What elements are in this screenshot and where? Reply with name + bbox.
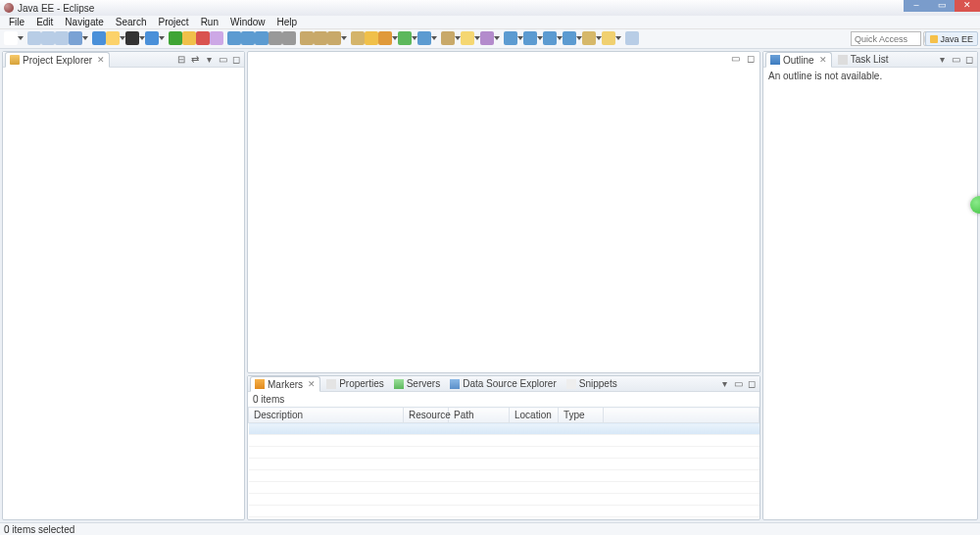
toolbar-dropdown-25[interactable] <box>431 31 437 45</box>
bottom-minimize-button[interactable]: ▭ <box>732 378 744 390</box>
table-row[interactable] <box>249 447 760 459</box>
toolbar-button-22[interactable] <box>365 31 378 45</box>
editor-area[interactable]: ▭ ◻ <box>247 51 760 373</box>
col-location[interactable]: Location <box>510 408 559 423</box>
toolbar-dropdown-31[interactable] <box>557 31 563 45</box>
toolbar-button-24[interactable] <box>398 31 412 45</box>
toolbar-button-19[interactable] <box>314 31 327 45</box>
bottom-view-menu-button[interactable]: ▾ <box>718 378 730 390</box>
toolbar-button-13[interactable] <box>227 31 241 45</box>
close-button[interactable]: ✕ <box>955 0 980 12</box>
maximize-view-button[interactable]: ◻ <box>230 54 242 66</box>
outline-close-icon[interactable]: ✕ <box>819 55 827 65</box>
toolbar-button-4[interactable] <box>69 31 82 45</box>
outline-tab[interactable]: Outline ✕ <box>765 52 832 68</box>
toolbar-button-15[interactable] <box>255 31 269 45</box>
servers-tab[interactable]: Servers <box>390 376 444 392</box>
outline-maximize-button[interactable]: ◻ <box>963 54 975 66</box>
menu-run[interactable]: Run <box>196 17 223 27</box>
quick-access-input[interactable] <box>851 31 921 46</box>
toolbar-button-1[interactable] <box>27 31 41 45</box>
markers-tab[interactable]: Markers ✕ <box>250 376 320 392</box>
toolbar-button-35[interactable] <box>625 31 639 45</box>
project-explorer-tab[interactable]: Project Explorer ✕ <box>5 52 110 68</box>
toolbar-dropdown-4[interactable] <box>82 31 88 45</box>
task-list-tab[interactable]: Task List <box>834 52 893 68</box>
menu-project[interactable]: Project <box>154 17 194 27</box>
toolbar-button-14[interactable] <box>241 31 255 45</box>
toolbar-dropdown-30[interactable] <box>537 31 543 45</box>
outline-view-menu-button[interactable]: ▾ <box>936 54 948 66</box>
toolbar-dropdown-24[interactable] <box>412 31 417 45</box>
menu-edit[interactable]: Edit <box>31 17 58 27</box>
toolbar-button-27[interactable] <box>461 31 474 45</box>
toolbar-dropdown-23[interactable] <box>392 31 398 45</box>
perspective-javaee-button[interactable]: Java EE <box>925 31 978 46</box>
data-source-explorer-tab[interactable]: Data Source Explorer <box>446 376 561 392</box>
toolbar-button-26[interactable] <box>441 31 455 45</box>
menu-navigate[interactable]: Navigate <box>60 17 108 27</box>
table-row[interactable] <box>249 470 760 482</box>
toolbar-button-32[interactable] <box>563 31 576 45</box>
minimize-view-button[interactable]: ▭ <box>217 54 228 66</box>
view-menu-button[interactable]: ▾ <box>203 54 215 66</box>
toolbar-button-23[interactable] <box>378 31 392 45</box>
toolbar-button-30[interactable] <box>523 31 537 45</box>
toolbar-button-9[interactable] <box>169 31 182 45</box>
properties-tab[interactable]: Properties <box>322 376 388 392</box>
collapse-all-button[interactable]: ⊟ <box>175 54 187 66</box>
toolbar-button-10[interactable] <box>182 31 196 45</box>
table-row[interactable] <box>249 459 760 470</box>
toolbar-button-25[interactable] <box>417 31 431 45</box>
toolbar-button-12[interactable] <box>210 31 223 45</box>
toolbar-button-18[interactable] <box>300 31 314 45</box>
toolbar-dropdown-32[interactable] <box>576 31 582 45</box>
menu-window[interactable]: Window <box>225 17 270 27</box>
table-row[interactable] <box>249 494 760 506</box>
snippets-tab[interactable]: Snippets <box>563 376 621 392</box>
markers-close-icon[interactable]: ✕ <box>308 379 316 389</box>
project-explorer-close-icon[interactable]: ✕ <box>97 55 105 65</box>
editor-maximize-button[interactable]: ◻ <box>745 53 757 65</box>
project-explorer-body[interactable] <box>3 68 244 519</box>
toolbar-button-0[interactable] <box>4 31 18 45</box>
toolbar-dropdown-34[interactable] <box>615 31 621 45</box>
toolbar-button-20[interactable] <box>327 31 341 45</box>
link-with-editor-button[interactable]: ⇄ <box>189 54 201 66</box>
col-path[interactable]: Path <box>449 408 510 423</box>
toolbar-dropdown-8[interactable] <box>159 31 165 45</box>
toolbar-button-8[interactable] <box>145 31 159 45</box>
outline-minimize-button[interactable]: ▭ <box>950 54 961 66</box>
menu-file[interactable]: File <box>4 17 29 27</box>
table-row[interactable] <box>249 435 760 447</box>
toolbar-button-11[interactable] <box>196 31 210 45</box>
col-type[interactable]: Type <box>559 408 604 423</box>
toolbar-dropdown-26[interactable] <box>455 31 461 45</box>
toolbar-button-21[interactable] <box>351 31 365 45</box>
toolbar-dropdown-20[interactable] <box>341 31 347 45</box>
toolbar-button-2[interactable] <box>41 31 55 45</box>
toolbar-button-17[interactable] <box>282 31 296 45</box>
minimize-button[interactable]: – <box>904 0 929 12</box>
toolbar-button-33[interactable] <box>582 31 596 45</box>
toolbar-button-29[interactable] <box>504 31 517 45</box>
menu-help[interactable]: Help <box>272 17 303 27</box>
bottom-maximize-button[interactable]: ◻ <box>746 378 758 390</box>
toolbar-button-7[interactable] <box>125 31 139 45</box>
toolbar-dropdown-27[interactable] <box>474 31 480 45</box>
col-resource[interactable]: Resource <box>404 408 449 423</box>
toolbar-button-34[interactable] <box>602 31 615 45</box>
toolbar-button-31[interactable] <box>543 31 557 45</box>
toolbar-dropdown-28[interactable] <box>494 31 500 45</box>
menu-search[interactable]: Search <box>111 17 152 27</box>
toolbar-button-28[interactable] <box>480 31 494 45</box>
toolbar-dropdown-0[interactable] <box>18 31 24 45</box>
toolbar-button-3[interactable] <box>55 31 69 45</box>
table-row[interactable] <box>249 482 760 494</box>
toolbar-dropdown-7[interactable] <box>139 31 145 45</box>
toolbar-button-5[interactable] <box>92 31 106 45</box>
maximize-button[interactable]: ▭ <box>929 0 955 12</box>
table-row[interactable] <box>249 506 760 517</box>
table-row[interactable] <box>249 423 760 435</box>
toolbar-button-16[interactable] <box>269 31 282 45</box>
